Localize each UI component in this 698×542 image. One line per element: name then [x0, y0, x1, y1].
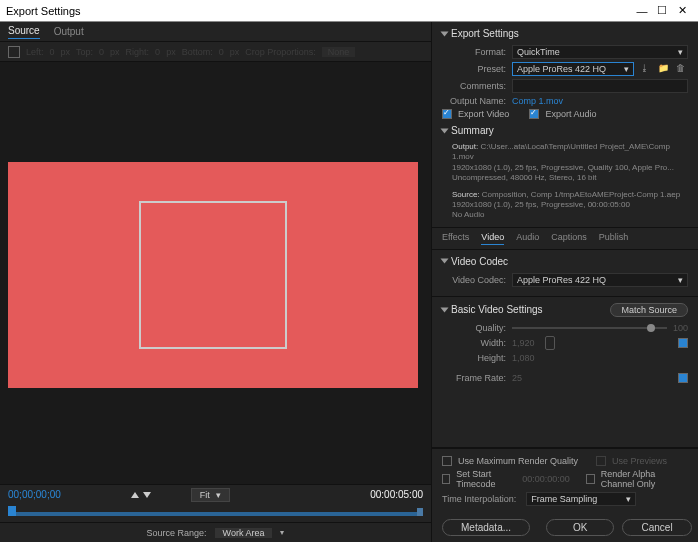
export-video-checkbox[interactable]	[442, 109, 452, 119]
use-max-quality-checkbox[interactable]	[442, 456, 452, 466]
preview-canvas	[8, 162, 418, 388]
prev-frame-icon[interactable]	[131, 492, 139, 498]
preview-area	[0, 62, 431, 484]
delete-preset-icon[interactable]: 🗑	[676, 63, 688, 75]
minimize-icon[interactable]: —	[632, 5, 652, 17]
render-alpha-checkbox[interactable]	[586, 474, 594, 484]
timeline[interactable]	[0, 504, 431, 522]
summary-output: Output: C:\User...ata\Local\Temp\Untitle…	[442, 142, 688, 184]
tab-output[interactable]: Output	[54, 26, 84, 37]
left-tabs: Source Output	[0, 22, 431, 42]
window-title: Export Settings	[6, 5, 81, 17]
tab-captions[interactable]: Captions	[551, 232, 587, 245]
source-range-label: Source Range:	[147, 528, 207, 538]
tab-source[interactable]: Source	[8, 25, 40, 39]
comments-input[interactable]	[512, 79, 688, 93]
height-value[interactable]: 1,080	[512, 353, 535, 363]
framerate-value[interactable]: 25	[512, 373, 522, 383]
transport-bar: 00;00;00;00 Fit ▾ 00:00:05:00	[0, 484, 431, 504]
format-dropdown[interactable]: QuickTime▾	[512, 45, 688, 59]
maximize-icon[interactable]: ☐	[652, 4, 672, 17]
metadata-button[interactable]: Metadata...	[442, 519, 530, 536]
set-start-tc-checkbox[interactable]	[442, 474, 450, 484]
quality-value: 100	[673, 323, 688, 333]
tab-publish[interactable]: Publish	[599, 232, 629, 245]
output-name-link[interactable]: Comp 1.mov	[512, 96, 563, 106]
chevron-down-icon[interactable]	[441, 31, 449, 36]
time-interpolation-dropdown[interactable]: Frame Sampling▾	[526, 492, 636, 506]
tab-video[interactable]: Video	[481, 232, 504, 245]
export-settings-header: Export Settings	[451, 28, 519, 39]
timecode-end: 00:00:05:00	[370, 489, 423, 500]
timecode-start[interactable]: 00;00;00;00	[8, 489, 61, 500]
tab-effects[interactable]: Effects	[442, 232, 469, 245]
zoom-dropdown[interactable]: Fit ▾	[191, 488, 230, 502]
tab-audio[interactable]: Audio	[516, 232, 539, 245]
width-value[interactable]: 1,920	[512, 338, 535, 348]
titlebar: Export Settings — ☐ ✕	[0, 0, 698, 22]
out-point-icon[interactable]	[417, 508, 423, 516]
summary-header: Summary	[451, 125, 494, 136]
cancel-button[interactable]: Cancel	[622, 519, 691, 536]
framerate-match-checkbox[interactable]	[678, 373, 688, 383]
video-codec-dropdown[interactable]: Apple ProRes 422 HQ▾	[512, 273, 688, 287]
import-preset-icon[interactable]: 📁	[658, 63, 670, 75]
close-icon[interactable]: ✕	[672, 4, 692, 17]
link-dimensions-icon[interactable]	[545, 336, 555, 350]
crop-toolbar: Left:0px Top:0px Right:0px Bottom:0px Cr…	[0, 42, 431, 62]
next-frame-icon[interactable]	[143, 492, 151, 498]
source-range-dropdown[interactable]: Work Area	[215, 528, 273, 538]
preset-dropdown[interactable]: Apple ProRes 422 HQ▾	[512, 62, 634, 76]
crop-icon[interactable]	[8, 46, 20, 58]
quality-slider[interactable]	[512, 327, 667, 329]
summary-source: Source: Composition, Comp 1/tmpAEtoAMEPr…	[442, 190, 688, 221]
use-previews-checkbox	[596, 456, 606, 466]
chevron-down-icon[interactable]	[441, 259, 449, 264]
ok-button[interactable]: OK	[546, 519, 614, 536]
save-preset-icon[interactable]: ⭳	[640, 63, 652, 75]
crop-proportions-dropdown[interactable]: None	[322, 47, 356, 57]
chevron-down-icon[interactable]	[441, 307, 449, 312]
basic-video-header: Basic Video Settings	[451, 304, 543, 315]
match-source-button[interactable]: Match Source	[610, 303, 688, 317]
export-audio-checkbox[interactable]	[529, 109, 539, 119]
playhead-icon[interactable]	[8, 506, 16, 516]
chevron-down-icon[interactable]	[441, 128, 449, 133]
safe-area-box	[139, 201, 287, 349]
width-match-checkbox[interactable]	[678, 338, 688, 348]
right-tabs: Effects Video Audio Captions Publish	[432, 228, 698, 250]
video-codec-header: Video Codec	[451, 256, 508, 267]
